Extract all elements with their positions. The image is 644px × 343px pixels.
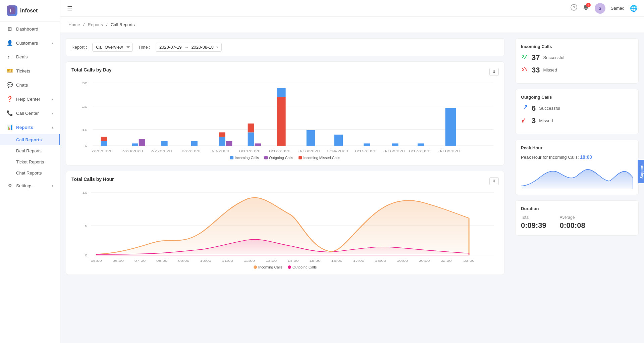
outgoing-calls-title: Outgoing Calls (521, 95, 633, 100)
svg-text:8/13/2020: 8/13/2020 (299, 149, 320, 153)
time-end: 2020-08-18 (191, 45, 214, 50)
legend-outgoing-line: Outgoing Calls (288, 265, 317, 269)
page-body: Report : Call Overview Time : 2020-07-19… (60, 33, 644, 343)
duration-total: Total 0:09:39 (521, 215, 546, 230)
sidebar-item-label: Chats (16, 83, 28, 88)
svg-rect-15 (139, 139, 145, 146)
globe-icon[interactable]: 🌐 (630, 5, 637, 12)
sidebar-sub-item-label: Ticket Reports (16, 159, 44, 164)
sidebar-item-help-center[interactable]: ❓ Help Center ▾ (0, 92, 60, 106)
calendar-icon: ▾ (216, 45, 218, 49)
help-icon: ❓ (7, 96, 13, 102)
sidebar-item-call-center[interactable]: 📞 Call Center ▾ (0, 106, 60, 120)
download-button[interactable]: ⬇ (489, 68, 499, 76)
legend-missed: Incoming Missed Calls (299, 156, 340, 160)
svg-text:8/12/2020: 8/12/2020 (269, 149, 290, 153)
sidebar-sub-item-call-reports[interactable]: Call Reports (0, 134, 60, 145)
chevron-up-icon: ▴ (52, 126, 53, 129)
peak-hour-title: Peak Hour (521, 145, 633, 150)
outgoing-missed-icon (521, 116, 528, 125)
notification-badge: 1 (586, 3, 591, 7)
incoming-successful-count: 37 (532, 53, 540, 62)
report-select[interactable]: Call Overview (92, 43, 133, 52)
svg-text:i: i (10, 8, 11, 13)
duration-average: Average 0:00:08 (560, 215, 585, 230)
download-button-2[interactable]: ⬇ (489, 177, 499, 185)
reports-icon: 📊 (7, 124, 13, 130)
legend-incoming: Incoming Calls (230, 156, 259, 160)
incoming-missed-label: Missed (543, 67, 557, 72)
svg-rect-24 (277, 97, 285, 146)
sidebar-item-deals[interactable]: 🏷 Deals (0, 50, 60, 64)
total-label: Total (521, 215, 546, 220)
svg-text:18:00: 18:00 (375, 259, 386, 262)
sidebar-sub-item-label: Deal Reports (16, 148, 42, 153)
support-button[interactable]: Support (638, 160, 644, 183)
duration-title: Duration (521, 206, 633, 211)
svg-rect-18 (219, 137, 225, 146)
svg-text:10: 10 (82, 128, 88, 132)
peak-hour-card: Peak Hour Peak Hour for Incoming Calls: … (515, 140, 639, 195)
breadcrumb-current: Call Reports (111, 22, 135, 27)
sidebar-item-label: Dashboard (16, 27, 38, 32)
sidebar-item-dashboard[interactable]: ⊞ Dashboard (0, 22, 60, 36)
svg-text:16:00: 16:00 (331, 259, 342, 262)
svg-rect-20 (219, 132, 225, 137)
sidebar-item-label: Deals (16, 54, 28, 59)
total-value: 0:09:39 (521, 221, 546, 230)
sidebar-item-chats[interactable]: 💬 Chats (0, 78, 60, 92)
sidebar-item-settings[interactable]: ⚙ Settings ▾ (0, 179, 60, 193)
svg-text:8/18/2020: 8/18/2020 (438, 149, 460, 153)
sidebar-item-label: Call Center (16, 111, 39, 116)
outgoing-missed-row: 3 Missed (521, 116, 633, 125)
hamburger-button[interactable]: ☰ (67, 5, 72, 12)
sidebar-item-label: Settings (16, 183, 33, 188)
sidebar-item-reports[interactable]: 📊 Reports ▴ (0, 120, 60, 134)
outgoing-successful-row: 6 Successful (521, 104, 633, 113)
notification-bell-icon[interactable]: 1 (583, 4, 589, 12)
user-name: Samed (611, 6, 625, 11)
svg-rect-31 (445, 108, 456, 146)
svg-text:7/23/2020: 7/23/2020 (122, 149, 143, 153)
sidebar-item-tickets[interactable]: 🎫 Tickets (0, 64, 60, 78)
svg-text:05:00: 05:00 (91, 259, 102, 262)
svg-rect-25 (277, 88, 285, 97)
svg-text:20: 20 (82, 105, 88, 108)
incoming-successful-row: 37 Successful (521, 53, 633, 62)
line-chart-title: Total Calls by Hour (71, 177, 114, 182)
svg-text:7/22/2020: 7/22/2020 (91, 149, 113, 153)
customers-icon: 👤 (7, 40, 13, 46)
legend-outgoing: Outgoing Calls (264, 156, 293, 160)
sidebar-sub-item-chat-reports[interactable]: Chat Reports (0, 167, 60, 179)
breadcrumb-reports[interactable]: Reports (88, 22, 103, 27)
line-chart-legend: Incoming Calls Outgoing Calls (71, 265, 499, 269)
incoming-calls-card: Incoming Calls 37 Successful 33 Missed (515, 38, 639, 84)
svg-text:8/2/2020: 8/2/2020 (182, 149, 201, 153)
time-range-picker[interactable]: 2020-07-19 → 2020-08-18 ▾ (156, 43, 222, 52)
svg-text:13:00: 13:00 (266, 259, 277, 262)
report-label: Report : (71, 45, 87, 50)
svg-text:8/16/2020: 8/16/2020 (383, 149, 405, 153)
help-circle-icon[interactable]: ? (571, 4, 577, 12)
sidebar-sub-item-ticket-reports[interactable]: Ticket Reports (0, 156, 60, 167)
chevron-down-icon: ▾ (52, 111, 53, 115)
chevron-down-icon: ▾ (52, 184, 53, 188)
sidebar-item-label: Customers (16, 41, 38, 46)
sidebar-sub-item-label: Call Reports (16, 137, 42, 142)
settings-icon: ⚙ (7, 183, 13, 189)
bar-chart: 30 20 10 0 (71, 79, 499, 153)
svg-text:?: ? (573, 5, 575, 10)
svg-rect-16 (161, 141, 168, 146)
svg-text:5: 5 (85, 224, 88, 228)
average-label: Average (560, 215, 585, 220)
call-center-icon: 📞 (7, 110, 13, 116)
svg-text:8/15/2020: 8/15/2020 (355, 149, 377, 153)
svg-text:07:00: 07:00 (135, 259, 146, 262)
svg-rect-28 (364, 143, 370, 146)
incoming-successful-label: Successful (543, 55, 564, 60)
svg-text:10:00: 10:00 (200, 259, 211, 262)
sidebar-sub-item-deal-reports[interactable]: Deal Reports (0, 145, 60, 156)
logo-icon: i (7, 5, 17, 16)
breadcrumb-home[interactable]: Home (68, 22, 80, 27)
sidebar-item-customers[interactable]: 👤 Customers ▾ (0, 36, 60, 50)
